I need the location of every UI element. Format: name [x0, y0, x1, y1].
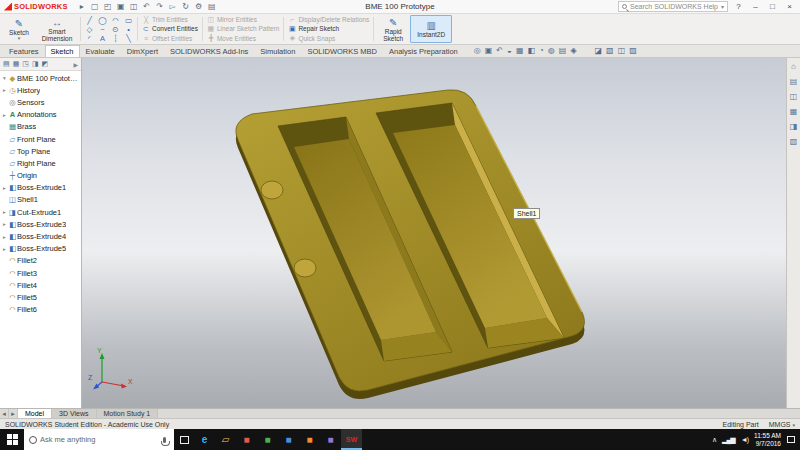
section-view-icon[interactable]: ◒: [507, 46, 512, 56]
app-red-icon[interactable]: ■: [236, 429, 257, 450]
tab-simulation[interactable]: Simulation: [254, 45, 301, 57]
sketch-text-icon[interactable]: A: [96, 34, 109, 43]
edge-icon[interactable]: e: [194, 429, 215, 450]
options-icon[interactable]: ⚙: [193, 1, 205, 13]
close-button[interactable]: ×: [783, 0, 796, 13]
zoom-area-icon[interactable]: ▣: [485, 46, 493, 56]
view-tool-icon[interactable]: ◫: [618, 46, 626, 56]
tree-item[interactable]: ▸ ◧ Boss-Extrude5: [1, 243, 81, 255]
maximize-button[interactable]: □: [766, 0, 779, 13]
propertymanager-tab[interactable]: ▦: [13, 60, 20, 68]
hide-show-items-icon[interactable]: ◔: [539, 46, 544, 56]
view-tool-icon[interactable]: ▨: [629, 46, 637, 56]
action-center-icon[interactable]: [787, 436, 795, 443]
arc-icon[interactable]: ◠: [109, 16, 122, 25]
app-orange-icon[interactable]: ■: [299, 429, 320, 450]
polygon-icon[interactable]: ◇: [83, 25, 96, 34]
featuremanager-tab[interactable]: ▤: [3, 60, 10, 68]
offset-entities-button[interactable]: ≡ Offset Entities: [140, 34, 200, 43]
sketch-button[interactable]: ✎ Sketch ▾: [2, 15, 36, 43]
view-palette-tab[interactable]: ▦: [790, 107, 798, 116]
tree-item[interactable]: ▸ ◧ Boss-Extrude1: [1, 182, 81, 194]
tree-item[interactable]: ▸ ◧ Boss-Extrude3: [1, 218, 81, 230]
point-icon[interactable]: •: [122, 25, 135, 34]
expand-caret-icon[interactable]: ▾: [1, 75, 8, 81]
tree-item[interactable]: ◠ Fillet4: [1, 279, 81, 291]
display-delete-relations-button[interactable]: ⌐ Display/Delete Relations: [286, 15, 371, 24]
view-orientation-icon[interactable]: ▦: [516, 46, 524, 56]
view-settings-icon[interactable]: ◈: [570, 46, 576, 56]
chevron-up-icon[interactable]: ∧: [712, 436, 716, 444]
tab-features[interactable]: Features: [3, 45, 45, 57]
expand-caret-icon[interactable]: ▸: [1, 221, 8, 227]
volume-icon[interactable]: ◄): [741, 436, 748, 443]
tab-motion-study-1[interactable]: Motion Study 1: [97, 409, 159, 418]
taskbar-clock[interactable]: 11:55 AM 9/7/2016: [754, 432, 781, 447]
expand-caret-icon[interactable]: ▸: [1, 209, 8, 215]
redo-icon[interactable]: ↷: [154, 1, 166, 13]
rapid-sketch-button[interactable]: ✎ Rapid Sketch: [376, 15, 410, 43]
tree-item[interactable]: ◎ Sensors: [1, 96, 81, 108]
menu-expand-icon[interactable]: ▸: [76, 1, 88, 13]
smart-dimension-button[interactable]: ↔ Smart Dimension: [36, 15, 78, 43]
tab-analysis-preparation[interactable]: Analysis Preparation: [383, 45, 464, 57]
view-tool-icon[interactable]: ▧: [606, 46, 614, 56]
solidworks-app-icon[interactable]: SW: [341, 429, 362, 450]
save-icon[interactable]: ▣: [115, 1, 127, 13]
tab-sketch[interactable]: Sketch: [45, 45, 80, 57]
solidworks-resources-tab[interactable]: ⌂: [791, 62, 796, 71]
file-properties-icon[interactable]: ▤: [206, 1, 218, 13]
tree-item[interactable]: ◠ Fillet2: [1, 255, 81, 267]
expand-caret-icon[interactable]: ▸: [1, 246, 8, 252]
tree-item[interactable]: ◠ Fillet3: [1, 267, 81, 279]
expand-caret-icon[interactable]: ▸: [1, 234, 8, 240]
line-icon[interactable]: ╱: [83, 16, 96, 25]
rectangle-icon[interactable]: ▭: [122, 16, 135, 25]
convert-entities-button[interactable]: ⊂ Convert Entities: [140, 24, 200, 33]
start-button[interactable]: [0, 429, 24, 450]
select-icon[interactable]: ▻: [167, 1, 179, 13]
search-caret-icon[interactable]: ▾: [721, 3, 724, 10]
spline-icon[interactable]: ~: [96, 25, 109, 34]
tree-item[interactable]: ◠ Fillet5: [1, 291, 81, 303]
zoom-fit-icon[interactable]: ◎: [474, 46, 481, 56]
tab-3d-views[interactable]: 3D Views: [52, 409, 96, 418]
expand-caret-icon[interactable]: ▸: [1, 112, 8, 118]
tree-item[interactable]: ▱ Front Plane: [1, 133, 81, 145]
rebuild-icon[interactable]: ↻: [180, 1, 192, 13]
brass-part[interactable]: [236, 90, 585, 399]
file-explorer-icon[interactable]: ▱: [215, 429, 236, 450]
trim-entities-button[interactable]: ╳ Trim Entities: [140, 15, 200, 24]
mirror-entities-button[interactable]: ◫ Mirror Entities: [205, 15, 282, 24]
graphics-area[interactable]: Shell1 Y X Z: [82, 58, 786, 408]
configurationmanager-tab[interactable]: ◳: [22, 60, 29, 68]
custom-properties-tab[interactable]: ▧: [790, 137, 798, 146]
appearances-tab[interactable]: ◨: [790, 122, 798, 131]
tree-item[interactable]: ◠ Fillet6: [1, 304, 81, 316]
units-selector[interactable]: MMGS ▾: [769, 421, 795, 428]
tab-solidworks-add-ins[interactable]: SOLIDWORKS Add-Ins: [164, 45, 254, 57]
tree-item[interactable]: ┼ Origin: [1, 170, 81, 182]
edit-appearance-icon[interactable]: ◍: [548, 46, 555, 56]
rim-boss-2[interactable]: [294, 259, 316, 277]
help-search-box[interactable]: Search SOLIDWORKS Help ▾: [618, 1, 728, 12]
flyout-arrow-icon[interactable]: ▶: [73, 61, 78, 68]
dimxpertmanager-tab[interactable]: ◨: [32, 60, 39, 68]
sketch-fillet-icon[interactable]: ◜: [83, 34, 96, 43]
repair-sketch-button[interactable]: ▣ Repair Sketch: [286, 24, 371, 33]
microphone-icon[interactable]: [163, 437, 166, 443]
app-purple-icon[interactable]: ■: [320, 429, 341, 450]
tab-scroll-left-icon[interactable]: ◂: [0, 409, 9, 418]
app-blue-icon[interactable]: ■: [278, 429, 299, 450]
expand-caret-icon[interactable]: ▸: [1, 185, 8, 191]
help-button[interactable]: ?: [732, 0, 745, 13]
tree-item[interactable]: ▱ Top Plane: [1, 145, 81, 157]
display-style-icon[interactable]: ◧: [527, 46, 535, 56]
minimize-button[interactable]: –: [749, 0, 762, 13]
app-green-icon[interactable]: ■: [257, 429, 278, 450]
taskbar-search-box[interactable]: Ask me anything: [24, 429, 174, 450]
new-document-icon[interactable]: ▢: [89, 1, 101, 13]
part-canvas[interactable]: [82, 58, 786, 408]
print-icon[interactable]: ◫: [128, 1, 140, 13]
tree-item[interactable]: ▸ ◷ History: [1, 84, 81, 96]
